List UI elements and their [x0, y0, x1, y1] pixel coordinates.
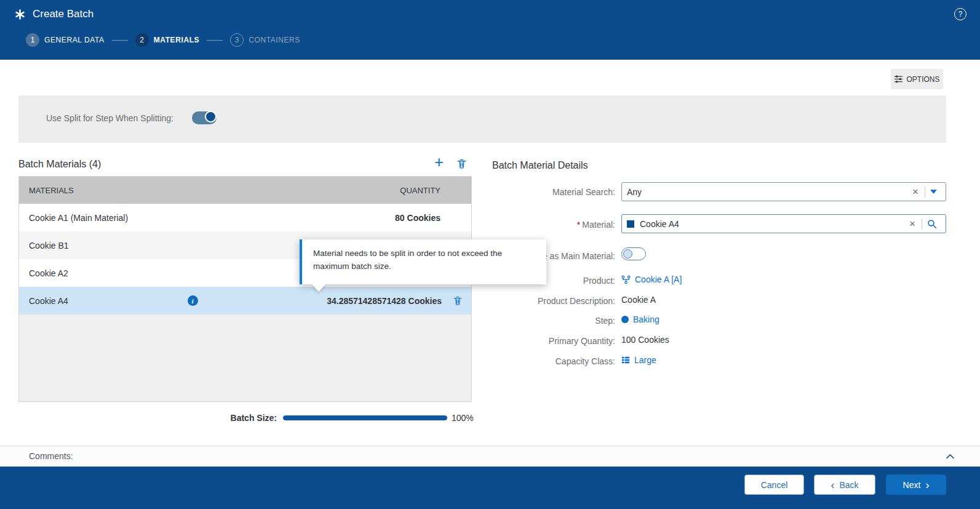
step-link[interactable]: Baking: [633, 315, 659, 324]
divider: [922, 218, 922, 230]
cancel-button[interactable]: Cancel: [744, 475, 804, 495]
step-3-label: CONTAINERS: [249, 36, 300, 44]
capacity-class-field: Large: [621, 355, 656, 365]
batch-size-label: Batch Size:: [191, 413, 277, 423]
batch-size-progress: [283, 415, 447, 420]
split-warning-tooltip: Material needs to be split in order to n…: [300, 239, 546, 284]
split-toggle-label: Use Split for Step When Splitting:: [46, 113, 173, 123]
grid-icon: [621, 356, 630, 364]
asterisk-icon: [15, 9, 25, 20]
step-3-circle: 3: [230, 33, 244, 47]
required-marker: *: [577, 220, 580, 230]
material-label: *Material:: [486, 218, 615, 231]
chevron-down-icon[interactable]: [926, 190, 941, 194]
product-description-label: Product Description:: [486, 295, 615, 307]
info-icon[interactable]: i: [188, 295, 198, 306]
magnifier-icon[interactable]: [923, 219, 941, 229]
batch-materials-title: Batch Materials (4): [18, 159, 101, 170]
step-2-label: MATERIALS: [154, 36, 200, 44]
divider: [925, 186, 925, 198]
options-button[interactable]: OPTIONS: [891, 69, 943, 89]
primary-quantity-value: 100 Cookies: [621, 335, 669, 345]
material-color-square: [627, 220, 634, 228]
split-settings-band: Use Split for Step When Splitting:: [18, 95, 946, 143]
step-connector: [112, 40, 128, 41]
wizard-steps: 1 GENERAL DATA 2 MATERIALS 3 CONTAINERS: [26, 33, 300, 47]
material-name: Cookie B1: [29, 241, 69, 250]
material-name: Cookie A4: [29, 296, 68, 306]
close-x-icon[interactable]: ×: [904, 218, 920, 229]
chevron-up-icon[interactable]: [945, 451, 955, 464]
comments-label: Comments:: [29, 451, 73, 461]
tooltip-arrow: [312, 284, 325, 292]
material-quantity: 80 Cookies: [395, 213, 471, 223]
material-quantity: 34.28571428571428 Cookies: [327, 296, 442, 306]
batch-materials-table: MATERIALS QUANTITY Cookie A1 (Main Mater…: [18, 176, 472, 402]
main-material-toggle[interactable]: [621, 247, 646, 260]
step-1-circle: 1: [26, 33, 39, 47]
tooltip-text: Material needs to be split in order to n…: [313, 249, 502, 271]
use-as-main-material-field: [621, 247, 646, 262]
chevron-right-icon: ›: [925, 479, 929, 491]
step-general-data[interactable]: 1 GENERAL DATA: [26, 33, 105, 47]
next-button[interactable]: Next ›: [886, 475, 946, 495]
primary-quantity-label: Primary Quantity:: [486, 335, 615, 347]
delete-material-button[interactable]: [456, 158, 467, 172]
add-material-button[interactable]: +: [434, 154, 444, 170]
column-header-quantity: QUANTITY: [400, 186, 471, 195]
product-field: Cookie A [A]: [621, 275, 682, 284]
back-button[interactable]: ‹ Back: [814, 475, 875, 495]
back-button-label: Back: [839, 480, 858, 490]
material-search-combobox[interactable]: Any ×: [621, 182, 946, 201]
batch-size-fill: [283, 415, 447, 420]
column-header-materials: MATERIALS: [29, 186, 74, 195]
product-hierarchy-icon: [621, 275, 631, 284]
step-label: Step:: [486, 315, 615, 327]
next-button-label: Next: [903, 480, 921, 490]
options-button-label: OPTIONS: [906, 75, 939, 84]
comments-section: Comments:: [0, 446, 980, 467]
step-materials[interactable]: 2 MATERIALS: [135, 33, 200, 47]
step-field: Baking: [621, 315, 659, 324]
split-toggle-switch[interactable]: [192, 111, 217, 124]
batch-material-details-title: Batch Material Details: [492, 160, 588, 171]
step-containers[interactable]: 3 CONTAINERS: [230, 33, 300, 47]
step-1-label: GENERAL DATA: [44, 36, 105, 44]
filter-sliders-icon: [894, 74, 903, 84]
help-icon[interactable]: ?: [954, 8, 966, 20]
page-title: Create Batch: [33, 8, 94, 20]
batch-size-percent: 100%: [452, 413, 474, 423]
step-2-circle: 2: [135, 33, 149, 47]
footer-bar: Cancel ‹ Back Next ›: [0, 467, 980, 509]
close-x-icon[interactable]: ×: [907, 186, 923, 197]
table-row-selected[interactable]: Cookie A4 i 34.28571428571428 Cookies: [19, 287, 471, 315]
toggle-knob: [205, 111, 217, 122]
table-header-row: MATERIALS QUANTITY: [19, 177, 471, 204]
create-batch-window: Create Batch ? 1 GENERAL DATA 2 MATERIAL…: [0, 0, 980, 509]
material-search-label: Material Search:: [486, 186, 615, 198]
table-row[interactable]: Cookie A1 (Main Material) 80 Cookies: [19, 204, 471, 231]
step-dot-icon: [621, 316, 629, 323]
capacity-class-label: Capacity Class:: [486, 355, 615, 367]
title-row: Create Batch ?: [0, 0, 980, 28]
material-search-value: Any: [627, 187, 907, 197]
row-trash-icon[interactable]: [453, 295, 463, 306]
material-name: Cookie A1 (Main Material): [29, 213, 128, 223]
capacity-class-link[interactable]: Large: [634, 355, 656, 365]
material-name: Cookie A2: [29, 268, 68, 278]
cancel-button-label: Cancel: [761, 480, 788, 490]
top-bar: Create Batch ? 1 GENERAL DATA 2 MATERIAL…: [0, 0, 980, 60]
step-connector: [207, 40, 223, 41]
material-value: Cookie A4: [640, 219, 904, 229]
chevron-left-icon: ‹: [831, 479, 834, 491]
material-input[interactable]: Cookie A4 ×: [621, 214, 946, 233]
product-link[interactable]: Cookie A [A]: [635, 275, 682, 284]
product-description-value: Cookie A: [621, 295, 656, 305]
toggle-knob: [623, 249, 632, 259]
